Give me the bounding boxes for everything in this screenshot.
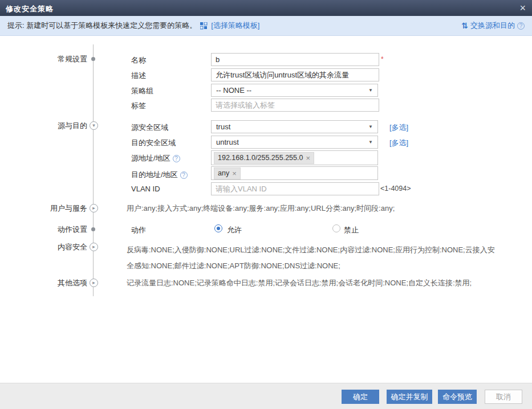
tag-input[interactable] <box>211 99 379 112</box>
chip-label: any <box>218 169 229 177</box>
chevron-right-icon: ▸ <box>92 206 95 211</box>
source-zone-label: 源安全区域 <box>131 122 168 133</box>
cancel-button[interactable]: 取消 <box>485 390 522 404</box>
section-label-content-security: 内容安全 <box>10 242 87 252</box>
command-preview-button[interactable]: 命令预览 <box>438 390 477 404</box>
chip-remove-icon[interactable]: × <box>306 154 310 162</box>
source-address-label: 源地址/地区 ? <box>131 153 180 163</box>
section-expander-source-dest[interactable]: ▾ <box>90 121 98 130</box>
section-label-user-service: 用户与服务 <box>10 203 87 214</box>
radio-deny-label: 禁止 <box>344 225 359 235</box>
source-zone-select[interactable]: trust ▼ <box>211 120 378 133</box>
chip-remove-icon[interactable]: × <box>232 170 237 177</box>
swap-source-destination-link[interactable]: 交换源和目的 <box>470 21 515 31</box>
destination-address-input[interactable]: any × <box>211 166 378 180</box>
chip-label: 192.168.1.0/255.255.255.0 <box>218 154 303 162</box>
tag-label: 标签 <box>131 101 146 111</box>
policy-group-value: -- NONE -- <box>212 86 368 95</box>
section-label-general: 常规设置 <box>10 54 87 64</box>
help-icon[interactable]: ? <box>173 155 180 162</box>
section-expander-content-security[interactable]: ▸ <box>90 243 98 251</box>
swap-icon: ⇅ <box>461 21 468 30</box>
name-input[interactable] <box>211 53 379 66</box>
source-zone-value: trust <box>212 122 368 131</box>
other-options-summary: 记录流量日志:NONE;记录策略命中日志:禁用;记录会话日志:禁用;会话老化时间… <box>127 278 472 288</box>
chevron-down-icon: ▼ <box>368 124 377 129</box>
content-security-summary: 反病毒:NONE;入侵防御:NONE;URL过滤:NONE;文件过滤:NONE;… <box>127 242 498 274</box>
radio-deny[interactable] <box>332 224 340 232</box>
policy-group-label: 策略组 <box>131 86 153 96</box>
chevron-right-icon: ▸ <box>92 280 95 285</box>
destination-zone-select[interactable]: untrust ▼ <box>211 136 378 149</box>
dialog-titlebar: 修改安全策略 × <box>0 0 532 16</box>
section-timeline <box>93 44 94 296</box>
destination-address-chip: any × <box>214 167 241 179</box>
source-address-chip: 192.168.1.0/255.255.255.0 × <box>214 152 314 164</box>
name-label: 名称 <box>131 55 146 66</box>
required-asterisk: * <box>381 55 384 63</box>
vlan-id-input[interactable] <box>211 182 379 195</box>
vlan-id-label: VLAN ID <box>131 185 160 193</box>
section-expander-user-service[interactable]: ▸ <box>90 204 98 212</box>
description-input[interactable] <box>211 68 379 81</box>
section-label-source-dest: 源与目的 <box>10 121 87 131</box>
radio-allow[interactable] <box>214 224 222 232</box>
help-icon[interactable]: ? <box>517 22 525 30</box>
vlan-range-hint: <1-4094> <box>380 185 411 193</box>
help-icon[interactable]: ? <box>180 171 188 179</box>
destination-zone-multi-select-link[interactable]: [多选] <box>389 138 408 148</box>
chevron-down-icon: ▾ <box>92 123 95 128</box>
section-marker-action <box>91 227 95 231</box>
action-label: 动作 <box>131 225 146 235</box>
policy-group-select[interactable]: -- NONE -- ▼ <box>211 84 378 97</box>
template-icon <box>200 22 208 30</box>
section-label-other: 其他选项 <box>10 278 87 288</box>
ok-and-copy-button[interactable]: 确定并复制 <box>387 390 432 404</box>
source-zone-multi-select-link[interactable]: [多选] <box>389 122 408 133</box>
source-address-input[interactable]: 192.168.1.0/255.255.255.0 × <box>211 150 378 165</box>
destination-zone-value: untrust <box>212 138 368 146</box>
dialog-title: 修改安全策略 <box>6 4 54 14</box>
tip-bar: 提示: 新建时可以基于策略模板来快速定义您需要的策略。 [选择策略模板] ⇅ 交… <box>0 16 532 36</box>
tip-text: 提示: 新建时可以基于策略模板来快速定义您需要的策略。 <box>7 21 197 31</box>
section-expander-other[interactable]: ▸ <box>90 279 98 287</box>
destination-zone-label: 目的安全区域 <box>131 138 176 148</box>
dialog-footer: 确定 确定并复制 命令预览 取消 <box>0 383 532 409</box>
chevron-down-icon: ▼ <box>368 88 377 93</box>
description-label: 描述 <box>131 71 146 81</box>
select-policy-template-link[interactable]: [选择策略模板] <box>211 21 259 31</box>
section-label-action: 动作设置 <box>10 224 87 235</box>
destination-address-label: 目的地址/地区 ? <box>131 170 188 180</box>
section-marker-general <box>91 57 95 61</box>
user-service-summary: 用户:any;接入方式:any;终端设备:any;服务:any;应用:any;U… <box>127 203 395 214</box>
chevron-right-icon: ▸ <box>92 244 95 250</box>
close-icon[interactable]: × <box>519 2 526 14</box>
ok-button[interactable]: 确定 <box>342 390 379 404</box>
chevron-down-icon: ▼ <box>368 140 377 145</box>
radio-allow-label: 允许 <box>227 225 242 235</box>
